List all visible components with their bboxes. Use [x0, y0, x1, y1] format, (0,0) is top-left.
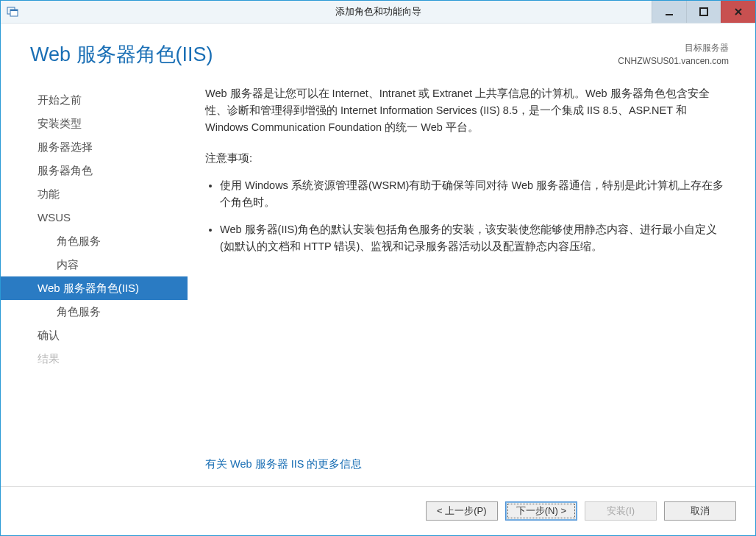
intro-paragraph: Web 服务器是让您可以在 Internet、Intranet 或 Extran… [205, 85, 729, 137]
sidebar-item-iis-role-services[interactable]: 角色服务 [1, 300, 188, 324]
wizard-body: Web 服务器角色(IIS) 目标服务器 CNHZWSUS01.vancen.c… [1, 24, 755, 535]
notice-list: 使用 Windows 系统资源管理器(WSRM)有助于确保等同对待 Web 服务… [205, 177, 729, 256]
titlebar: 添加角色和功能向导 [1, 1, 755, 24]
more-info-link[interactable]: 有关 Web 服务器 IIS 的更多信息 [205, 458, 362, 470]
cancel-button[interactable]: 取消 [664, 501, 736, 521]
previous-button[interactable]: < 上一步(P) [426, 501, 498, 521]
wizard-content: Web 服务器是让您可以在 Internet、Intranet 或 Extran… [188, 85, 755, 486]
notice-title: 注意事项: [205, 150, 729, 167]
window-title: 添加角色和功能向导 [1, 5, 755, 18]
wizard-window: 添加角色和功能向导 Web 服务器角色(IIS) 目标服务器 CNHZWSUS0… [0, 0, 756, 536]
wizard-sidebar: 开始之前 安装类型 服务器选择 服务器角色 功能 WSUS 角色服务 内容 We… [1, 85, 188, 486]
sidebar-item-wsus-content[interactable]: 内容 [1, 253, 188, 276]
sidebar-item-server-roles[interactable]: 服务器角色 [1, 159, 188, 182]
notice-bullet-2: Web 服务器(IIS)角色的默认安装包括角色服务的安装，该安装使您能够使用静态… [220, 221, 729, 255]
next-button[interactable]: 下一步(N) > [505, 501, 577, 521]
sidebar-item-web-server-iis[interactable]: Web 服务器角色(IIS) [1, 276, 188, 300]
sidebar-item-before-you-begin[interactable]: 开始之前 [1, 88, 188, 112]
sidebar-item-wsus[interactable]: WSUS [1, 206, 188, 229]
wizard-header: Web 服务器角色(IIS) 目标服务器 CNHZWSUS01.vancen.c… [1, 24, 755, 74]
target-server-value: CNHZWSUS01.vancen.com [618, 54, 729, 68]
target-server-label: 目标服务器 [618, 41, 729, 54]
wizard-main: 开始之前 安装类型 服务器选择 服务器角色 功能 WSUS 角色服务 内容 We… [1, 74, 755, 486]
target-server-block: 目标服务器 CNHZWSUS01.vancen.com [618, 41, 729, 68]
sidebar-item-server-selection[interactable]: 服务器选择 [1, 135, 188, 159]
sidebar-item-features[interactable]: 功能 [1, 182, 188, 206]
wizard-footer: < 上一步(P) 下一步(N) > 安装(I) 取消 [1, 486, 755, 535]
sidebar-item-wsus-role-services[interactable]: 角色服务 [1, 229, 188, 253]
notice-bullet-1: 使用 Windows 系统资源管理器(WSRM)有助于确保等同对待 Web 服务… [220, 177, 729, 211]
sidebar-item-install-type[interactable]: 安装类型 [1, 112, 188, 135]
install-button: 安装(I) [585, 501, 657, 521]
page-title: Web 服务器角色(IIS) [30, 41, 618, 68]
sidebar-item-confirmation[interactable]: 确认 [1, 324, 188, 347]
sidebar-item-results: 结果 [1, 347, 188, 371]
